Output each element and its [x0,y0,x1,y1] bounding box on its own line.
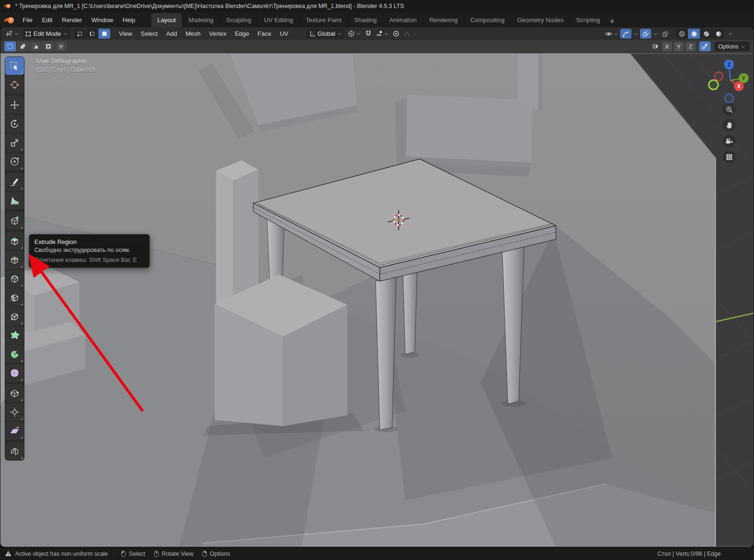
tool-extrude-region[interactable] [5,232,24,250]
pan-hand-icon[interactable] [723,119,736,131]
workspace-tab-texture-paint[interactable]: Texture Paint [299,13,348,27]
tool-bevel[interactable] [5,270,24,288]
tool-smooth[interactable] [5,364,24,382]
workspace-tab-shading[interactable]: Shading [348,13,383,27]
select-op-extend[interactable] [17,41,29,51]
menu-window[interactable]: Window [87,14,118,26]
show-overlays-dropdown[interactable] [651,30,660,38]
tool-scale[interactable] [5,134,24,152]
menu-render[interactable]: Render [57,14,87,26]
edit-mode-icon [25,30,32,38]
face-select-mode-button[interactable] [98,29,110,39]
edge-select-mode-button[interactable] [86,29,98,39]
proportional-editing-button[interactable] [391,29,402,39]
show-gizmos-dropdown[interactable] [631,30,640,38]
select-op-intersect[interactable] [55,41,67,51]
mouse-middle-icon [153,550,160,558]
viewport-menu-mesh[interactable]: Mesh [181,28,205,39]
caret-icon [653,31,658,37]
shading-rendered-button[interactable] [713,29,724,39]
menu-help[interactable]: Help [118,14,140,26]
workspace-tab-sculpting[interactable]: Sculpting [220,13,257,27]
tool-edge-slide[interactable] [5,384,24,402]
tool-loop-cut[interactable] [5,289,24,307]
vertex-select-mode-button[interactable] [74,29,86,39]
tool-select-box[interactable] [5,57,24,75]
viewport-menu-uv[interactable]: UV [276,28,293,39]
tool-shrink-fatten[interactable] [5,403,24,421]
zoom-icon[interactable] [723,103,736,116]
tool-rotate[interactable] [5,115,24,133]
snap-toggle-button[interactable] [699,41,711,51]
show-overlays-button[interactable] [640,29,651,39]
workspace-tab-geometry-nodes[interactable]: Geometry Nodes [510,13,569,27]
gizmo-neg-z[interactable] [725,94,733,103]
viewport-menu-face[interactable]: Face [254,28,276,39]
tool-transform[interactable] [5,153,24,170]
workspace-tab-animation[interactable]: Animation [383,13,423,27]
show-gizmos-button[interactable] [620,29,631,39]
tool-poly-build[interactable] [5,326,24,344]
viewport-canvas[interactable] [0,53,754,547]
snap-magnet-button[interactable] [363,29,374,39]
navigation-gizmo[interactable]: ZYX [702,52,754,109]
tool-spin[interactable] [5,345,24,363]
gizmo-neg-x[interactable] [714,72,723,81]
select-op-subtract[interactable] [30,41,41,51]
viewport-menu-edge[interactable]: Edge [230,28,253,39]
viewport-menu-select[interactable]: Select [137,28,162,39]
tool-measure[interactable] [5,192,24,210]
symmetry-y-button[interactable]: Y [674,42,684,51]
viewport-menu-view[interactable]: View [115,28,137,39]
caret-icon [384,31,389,37]
editor-type-button[interactable] [3,29,21,39]
workspace-tab-rendering[interactable]: Rendering [423,13,464,27]
select-op-difference[interactable] [42,41,54,51]
menu-edit[interactable]: Edit [37,14,57,26]
orthographic-grid-icon[interactable] [723,151,736,163]
shading-solid-button[interactable] [688,29,700,39]
symmetry-z-button[interactable]: Z [686,42,696,51]
add-workspace-button[interactable] [606,15,618,27]
shading-material-preview-button[interactable] [700,29,712,39]
mesh-symmetry-icon[interactable] [651,42,659,50]
tool-annotate[interactable] [5,173,24,191]
workspace-tab-compositing[interactable]: Compositing [464,13,510,27]
mouse-hint-rotate-view: Rotate View [153,550,193,558]
workspace-tab-layout[interactable]: Layout [151,13,182,27]
shading-dropdown[interactable] [726,30,735,38]
chair-seat[interactable] [214,275,347,426]
workspace-tab-modeling[interactable]: Modeling [182,13,220,27]
visibility-button[interactable] [603,29,620,39]
menu-file[interactable]: File [18,14,37,26]
orientation-selector[interactable]: Global [306,29,345,39]
snap-target-button[interactable] [374,29,391,39]
tool-move[interactable] [5,96,24,114]
viewport-menu-vertex[interactable]: Vertex [205,28,231,39]
toggle-xray-button[interactable] [660,29,671,39]
subtract-icon [32,43,39,50]
tool-add-cube[interactable] [5,212,24,230]
annotate-icon [9,177,20,187]
tool-shear[interactable] [5,422,24,440]
select-op-set[interactable] [4,41,16,51]
ortho-grid-icon [725,153,734,162]
workspace-tab-uv-editing[interactable]: UV Editing [257,13,299,27]
viewport-3d-region[interactable]: User Orthographic (182) Стол | Cube.026 … [0,53,754,547]
loop-cut-icon [9,292,20,303]
camera-view-icon[interactable] [723,135,736,147]
shading-wireframe-button[interactable] [676,29,688,39]
gizmo-neg-y[interactable] [709,80,718,89]
tool-rip-region[interactable] [5,442,24,460]
tool-cursor[interactable] [5,76,24,94]
options-dropdown[interactable]: Options [714,41,750,51]
falloff-curve-button[interactable] [402,29,418,39]
symmetry-x-button[interactable]: X [662,42,672,51]
tool-knife[interactable] [5,308,24,325]
mode-selector[interactable]: Edit Mode [22,29,71,39]
pivot-point-button[interactable] [346,29,363,39]
viewport-menu-add[interactable]: Add [162,28,181,39]
blender-menu-logo-icon[interactable] [4,15,16,25]
workspace-tab-scripting[interactable]: Scripting [570,13,606,27]
tool-inset-faces[interactable] [5,251,24,269]
